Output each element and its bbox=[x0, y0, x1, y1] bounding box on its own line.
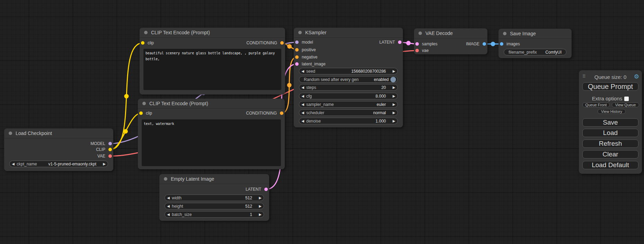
save-button[interactable]: Save bbox=[582, 118, 638, 127]
node-collapse-dot[interactable] bbox=[142, 102, 146, 105]
port-dot[interactable] bbox=[500, 42, 503, 46]
decrement-arrow-icon[interactable]: ◀ bbox=[10, 162, 17, 166]
link-midpoint-dot[interactable] bbox=[123, 129, 128, 134]
queue-front-button[interactable]: Queue Front bbox=[582, 102, 610, 107]
port-dot[interactable] bbox=[139, 111, 143, 115]
node-collapse-dot[interactable] bbox=[144, 31, 148, 34]
node-collapse-dot[interactable] bbox=[503, 32, 506, 35]
node-collapse-dot[interactable] bbox=[418, 31, 422, 35]
gear-icon[interactable]: ⚙ bbox=[634, 73, 639, 80]
input-port-samples[interactable]: samples bbox=[414, 42, 438, 46]
input-port-clip[interactable]: clip bbox=[138, 111, 152, 116]
decrement-arrow-icon[interactable]: ◀ bbox=[165, 196, 172, 200]
extra-options-checkbox[interactable] bbox=[624, 97, 629, 101]
input-port-images[interactable]: images bbox=[499, 42, 520, 46]
node-vae-decode[interactable]: VAE DecodesamplesvaeIMAGE bbox=[414, 28, 487, 54]
node-title-bar[interactable]: VAE Decode bbox=[414, 28, 487, 38]
decrement-arrow-icon[interactable]: ◀ bbox=[299, 102, 306, 106]
increment-arrow-icon[interactable]: ▶ bbox=[390, 94, 397, 98]
link-midpoint-dot[interactable] bbox=[287, 44, 292, 49]
decrement-arrow-icon[interactable]: ◀ bbox=[299, 85, 306, 89]
input-port-latent_image[interactable]: latent_image bbox=[294, 62, 326, 66]
port-dot[interactable] bbox=[295, 40, 299, 44]
node-empty-latent-image[interactable]: Empty Latent ImageLATENT◀width512▶◀heigh… bbox=[159, 174, 269, 221]
decrement-arrow-icon[interactable]: ◀ bbox=[299, 94, 306, 98]
increment-arrow-icon[interactable]: ▶ bbox=[101, 162, 108, 166]
increment-arrow-icon[interactable]: ▶ bbox=[390, 69, 397, 73]
port-dot[interactable] bbox=[415, 42, 419, 46]
widget-denoise[interactable]: ◀denoise1.000▶ bbox=[299, 118, 398, 124]
decrement-arrow-icon[interactable]: ◀ bbox=[165, 213, 172, 216]
load-button[interactable]: Load bbox=[582, 129, 638, 137]
refresh-button[interactable]: Refresh bbox=[582, 139, 638, 148]
widget-filename-prefix[interactable]: filename_prefixComfyUI bbox=[504, 49, 566, 55]
port-dot[interactable] bbox=[108, 148, 112, 151]
widget-cfg[interactable]: ◀cfg8.000▶ bbox=[299, 93, 398, 99]
node-clip-text-encode-2[interactable]: CLIP Text Encode (Prompt)clipCONDITIONIN… bbox=[138, 99, 285, 169]
increment-arrow-icon[interactable]: ▶ bbox=[390, 111, 397, 115]
output-port-MODEL[interactable]: MODEL bbox=[90, 141, 113, 146]
node-load-checkpoint[interactable]: Load CheckpointMODELCLIPVAE◀ckpt_namev1-… bbox=[4, 128, 113, 171]
decrement-arrow-icon[interactable]: ◀ bbox=[299, 69, 306, 73]
input-port-vae[interactable]: vae bbox=[414, 48, 429, 53]
output-port-VAE[interactable]: VAE bbox=[97, 154, 113, 159]
link-midpoint-dot[interactable] bbox=[491, 42, 495, 46]
link-midpoint-dot[interactable] bbox=[124, 94, 129, 99]
port-dot[interactable] bbox=[398, 40, 402, 44]
input-port-positive[interactable]: positive bbox=[294, 47, 316, 52]
widget-batch-size[interactable]: ◀batch_size1▶ bbox=[165, 211, 264, 218]
port-dot[interactable] bbox=[483, 42, 486, 46]
widget-width[interactable]: ◀width512▶ bbox=[165, 195, 264, 201]
node-title-bar[interactable]: CLIP Text Encode (Prompt) bbox=[138, 99, 285, 109]
port-dot[interactable] bbox=[415, 49, 419, 52]
input-port-clip[interactable]: clip bbox=[140, 40, 154, 45]
prompt-textarea[interactable]: beautiful scenery nature glass bottle la… bbox=[143, 49, 281, 90]
widget-random-seed-after-every-gen[interactable]: Random seed after every genenabled bbox=[299, 76, 398, 83]
decrement-arrow-icon[interactable]: ◀ bbox=[299, 111, 306, 115]
port-dot[interactable] bbox=[280, 111, 283, 115]
output-port-LATENT[interactable]: LATENT bbox=[246, 187, 269, 192]
output-port-IMAGE[interactable]: IMAGE bbox=[466, 42, 487, 46]
port-dot[interactable] bbox=[264, 188, 268, 191]
toggle-knob[interactable] bbox=[390, 77, 396, 82]
node-save-image[interactable]: Save Imageimagesfilename_prefixComfyUI bbox=[499, 29, 572, 58]
output-port-CONDITIONING[interactable]: CONDITIONING bbox=[246, 40, 285, 45]
node-title-bar[interactable]: Load Checkpoint bbox=[4, 128, 113, 138]
view-history-button[interactable]: View History bbox=[598, 109, 626, 114]
node-title-bar[interactable]: Empty Latent Image bbox=[159, 174, 269, 184]
port-dot[interactable] bbox=[280, 41, 284, 45]
output-port-LATENT[interactable]: LATENT bbox=[379, 40, 403, 45]
node-title-bar[interactable]: Save Image bbox=[499, 29, 572, 39]
port-dot[interactable] bbox=[295, 48, 299, 52]
port-dot[interactable] bbox=[141, 41, 144, 45]
node-clip-text-encode-1[interactable]: CLIP Text Encode (Prompt)clipCONDITIONIN… bbox=[140, 28, 285, 94]
prompt-textarea[interactable]: text, watermark bbox=[142, 119, 281, 166]
widget-ckpt-name[interactable]: ◀ckpt_namev1-5-pruned-emaonly.ckpt▶ bbox=[9, 161, 108, 167]
widget-height[interactable]: ◀height512▶ bbox=[165, 203, 264, 209]
view-queue-button[interactable]: View Queue bbox=[612, 102, 639, 107]
link-midpoint-dot[interactable] bbox=[287, 83, 292, 88]
widget-seed[interactable]: ◀seed156680208700286▶ bbox=[299, 68, 398, 74]
clear-button[interactable]: Clear bbox=[582, 150, 638, 159]
increment-arrow-icon[interactable]: ▶ bbox=[257, 204, 264, 208]
widget-steps[interactable]: ◀steps20▶ bbox=[299, 84, 398, 91]
queue-prompt-button[interactable]: Queue Prompt bbox=[582, 82, 638, 91]
decrement-arrow-icon[interactable]: ◀ bbox=[165, 204, 172, 208]
increment-arrow-icon[interactable]: ▶ bbox=[390, 85, 397, 89]
output-port-CONDITIONING[interactable]: CONDITIONING bbox=[246, 111, 285, 116]
node-title-bar[interactable]: KSampler bbox=[294, 28, 403, 38]
load-default-button[interactable]: Load Default bbox=[582, 161, 638, 169]
widget-scheduler[interactable]: ◀schedulernormal▶ bbox=[299, 109, 398, 116]
widget-sampler-name[interactable]: ◀sampler_nameeuler▶ bbox=[299, 101, 398, 108]
port-dot[interactable] bbox=[108, 154, 112, 158]
output-port-CLIP[interactable]: CLIP bbox=[96, 147, 113, 152]
increment-arrow-icon[interactable]: ▶ bbox=[257, 196, 264, 200]
node-title-bar[interactable]: CLIP Text Encode (Prompt) bbox=[140, 28, 285, 38]
increment-arrow-icon[interactable]: ▶ bbox=[390, 119, 397, 123]
increment-arrow-icon[interactable]: ▶ bbox=[390, 102, 397, 106]
port-dot[interactable] bbox=[108, 142, 112, 145]
node-collapse-dot[interactable] bbox=[164, 177, 167, 181]
increment-arrow-icon[interactable]: ▶ bbox=[257, 213, 264, 216]
input-port-negative[interactable]: negative bbox=[294, 55, 317, 60]
port-dot[interactable] bbox=[295, 62, 299, 66]
